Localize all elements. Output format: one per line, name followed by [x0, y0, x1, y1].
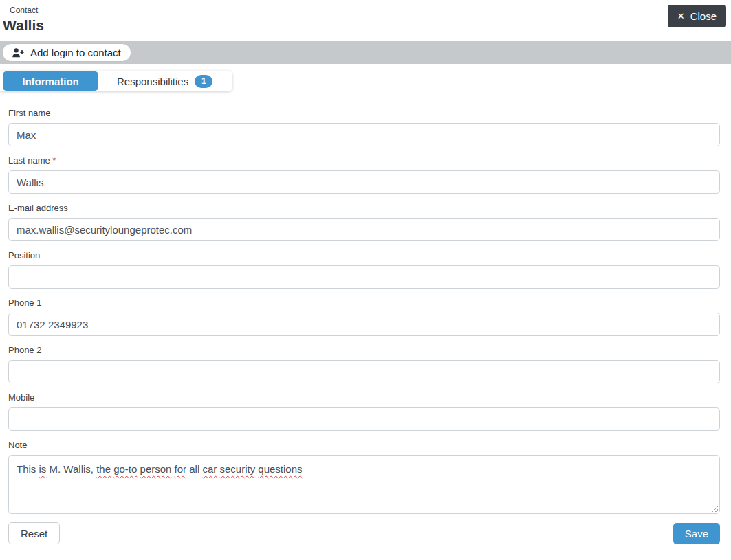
- person-plus-icon: [12, 48, 24, 58]
- close-button-label: Close: [690, 10, 717, 22]
- close-button[interactable]: ✕ Close: [668, 5, 726, 27]
- phone1-label: Phone 1: [8, 298, 720, 308]
- position-label: Position: [8, 251, 720, 260]
- last-name-group: Last name *: [8, 156, 720, 194]
- note-field[interactable]: This is M. Wallis, the go-to person for …: [8, 455, 720, 514]
- mobile-group: Mobile: [8, 393, 720, 431]
- resize-handle[interactable]: [710, 504, 718, 512]
- tab-information-label: Information: [22, 76, 79, 87]
- close-icon: ✕: [677, 12, 685, 21]
- tab-responsibilities[interactable]: Responsibilities 1: [98, 71, 231, 91]
- toolbar: Add login to contact: [0, 41, 731, 64]
- tabbar-wrap: Information Responsibilities 1: [0, 71, 731, 91]
- phone2-label: Phone 2: [8, 346, 720, 355]
- last-name-field[interactable]: [8, 170, 720, 194]
- first-name-label: First name: [8, 109, 720, 118]
- tab-information[interactable]: Information: [3, 71, 98, 91]
- save-button[interactable]: Save: [673, 523, 720, 544]
- contact-form: First name Last name * E-mail address Po…: [0, 91, 731, 514]
- first-name-group: First name: [8, 109, 720, 146]
- required-marker: *: [52, 155, 56, 166]
- tab-responsibilities-label: Responsibilities: [117, 76, 188, 87]
- phone2-group: Phone 2: [8, 346, 720, 383]
- first-name-field[interactable]: [8, 123, 720, 146]
- phone2-field[interactable]: [8, 360, 720, 383]
- form-actions: Reset Save: [0, 514, 731, 544]
- responsibilities-count-badge: 1: [195, 75, 212, 88]
- page-title: Wallis: [3, 16, 731, 34]
- phone1-group: Phone 1: [8, 298, 720, 336]
- page-header: Contact Wallis ✕ Close: [0, 0, 731, 41]
- email-group: E-mail address: [8, 203, 720, 241]
- mobile-field[interactable]: [8, 407, 720, 431]
- note-group: Note This is M. Wallis, the go-to person…: [8, 440, 720, 514]
- email-field[interactable]: [8, 218, 720, 241]
- position-field[interactable]: [8, 265, 720, 289]
- note-label: Note: [8, 440, 720, 450]
- phone1-field[interactable]: [8, 313, 720, 336]
- add-login-label: Add login to contact: [30, 47, 121, 58]
- add-login-to-contact-button[interactable]: Add login to contact: [2, 43, 131, 62]
- position-group: Position: [8, 251, 720, 289]
- last-name-label: Last name: [8, 155, 50, 166]
- tabbar: Information Responsibilities 1: [0, 71, 232, 91]
- mobile-label: Mobile: [8, 393, 720, 403]
- breadcrumb: Contact: [10, 5, 731, 16]
- reset-button[interactable]: Reset: [8, 522, 60, 544]
- email-label: E-mail address: [8, 203, 720, 213]
